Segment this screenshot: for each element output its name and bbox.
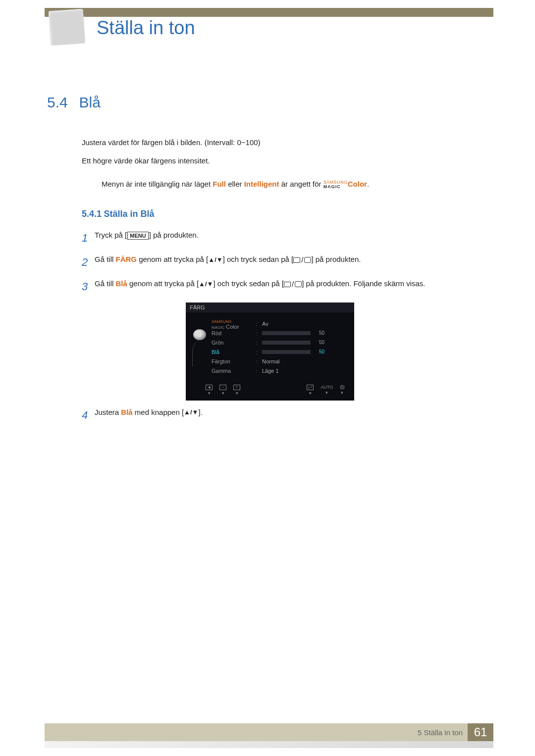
osd-button-bar: ◄▾ −▾ +▾ ⮐▾ AUTO▾ ⏻▾: [186, 383, 354, 396]
osd-row: Röd : 50: [210, 329, 350, 338]
top-accent-bar: [45, 8, 493, 17]
chapter-title: Ställa in ton: [97, 17, 195, 39]
samsung-magic-logo: SAMSUNG MAGIC: [323, 180, 348, 189]
osd-row: SAMSUNGMAGIC Color : Av: [210, 319, 350, 329]
slider: 50: [262, 341, 311, 345]
step-item: 2 Gå till FÄRG genom att trycka på [▲/▼]…: [82, 253, 493, 271]
section-title: Blå: [79, 94, 100, 110]
back-icon: ◄▾: [206, 385, 213, 396]
step-item: 4 Justera Blå med knappen [▲/▼].: [82, 406, 493, 424]
minus-icon: −▾: [219, 385, 226, 396]
screen-enter-icon: /: [284, 278, 302, 290]
power-icon: ⏻▾: [340, 385, 344, 396]
step-list: 1 Tryck på [MENU] på produkten. 2 Gå til…: [82, 229, 493, 296]
osd-screenshot: FÄRG SAMSUNGMAGIC Color : Av Röd : 50 Gr…: [186, 302, 354, 401]
osd-row: Grön : 50: [210, 338, 350, 348]
paragraph: Justera värdet för färgen blå i bilden. …: [82, 138, 493, 147]
slider: 50: [262, 350, 311, 354]
section-number: 5.4: [47, 94, 77, 111]
palette-icon: [193, 329, 206, 340]
footer-bar: 5 Ställa in ton 61: [45, 723, 493, 741]
note: Menyn är inte tillgänglig när läget Full…: [102, 180, 493, 189]
enter-icon: ⮐▾: [307, 385, 314, 396]
section-heading: 5.4 Blå: [47, 94, 493, 111]
page-number: 61: [468, 723, 493, 741]
step-item: 1 Tryck på [MENU] på produkten.: [82, 229, 493, 247]
main-content: 5.4 Blå Justera värdet för färgen blå i …: [47, 94, 493, 431]
osd-row-active: Blå : 50: [210, 348, 350, 357]
slider: 50: [262, 331, 311, 335]
subsection-heading: 5.4.1 Ställa in Blå: [82, 209, 493, 219]
step-list: 4 Justera Blå med knappen [▲/▼].: [82, 406, 493, 424]
osd-title: FÄRG: [186, 302, 354, 312]
footer-shadow: [45, 741, 493, 748]
auto-button: AUTO▾: [321, 385, 333, 396]
up-down-icon: ▲/▼: [199, 279, 213, 290]
paragraph: Ett högre värde ökar färgens intensitet.: [82, 156, 493, 165]
screen-enter-icon: /: [293, 254, 311, 266]
step-item: 3 Gå till Blå genom att trycka på [▲/▼] …: [82, 278, 493, 295]
menu-button-label: MENU: [127, 232, 148, 240]
up-down-icon: ▲/▼: [184, 407, 198, 418]
osd-row: Färgton : Normal: [210, 357, 350, 366]
chapter-badge: [49, 9, 86, 46]
footer-chapter-ref: 5 Ställa in ton: [418, 728, 463, 737]
up-down-icon: ▲/▼: [208, 255, 222, 265]
plus-icon: +▾: [233, 385, 240, 396]
osd-row: Gamma : Läge 1: [210, 366, 350, 376]
